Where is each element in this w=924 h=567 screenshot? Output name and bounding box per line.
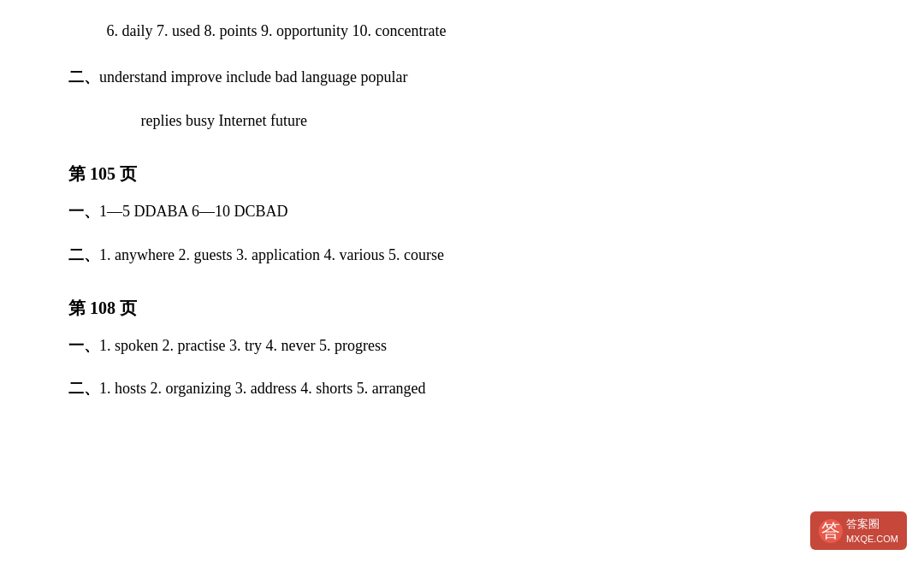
page-title-105: 第 105 页 <box>68 158 856 189</box>
section2-label: 二、 <box>68 68 99 86</box>
section4-label: 一、 <box>68 203 99 220</box>
section7-label: 一、 <box>68 337 99 354</box>
section8-line: 二、1. hosts 2. organizing 3. address 4. s… <box>68 375 856 402</box>
page-title-108: 第 108 页 <box>68 292 856 323</box>
section1-line1: 6. daily 7. used 8. points 9. opportunit… <box>68 17 856 44</box>
watermark: 答 答案圈 MXQE.COM <box>810 511 907 550</box>
section2-line1: understand improve include bad language … <box>99 68 407 86</box>
section5-line: 二、1. anywhere 2. guests 3. application 4… <box>68 241 856 269</box>
watermark-text: 答案圈 MXQE.COM <box>846 517 898 545</box>
section2-line2: replies busy Internet future <box>68 107 856 134</box>
section2-label-line: 二、understand improve include bad languag… <box>68 63 856 91</box>
section8-label: 二、 <box>68 380 99 397</box>
watermark-icon: 答 <box>819 519 843 543</box>
section8-content: 1. hosts 2. organizing 3. address 4. sho… <box>99 380 426 397</box>
section7-line: 一、1. spoken 2. practise 3. try 4. never … <box>68 332 856 359</box>
section4-line: 一、1—5 DDABA 6—10 DCBAD <box>68 198 856 225</box>
section7-content: 1. spoken 2. practise 3. try 4. never 5.… <box>99 337 387 354</box>
section5-label: 二、 <box>68 246 99 263</box>
section4-content: 1—5 DDABA 6—10 DCBAD <box>99 203 288 220</box>
section5-content: 1. anywhere 2. guests 3. application 4. … <box>99 246 444 263</box>
